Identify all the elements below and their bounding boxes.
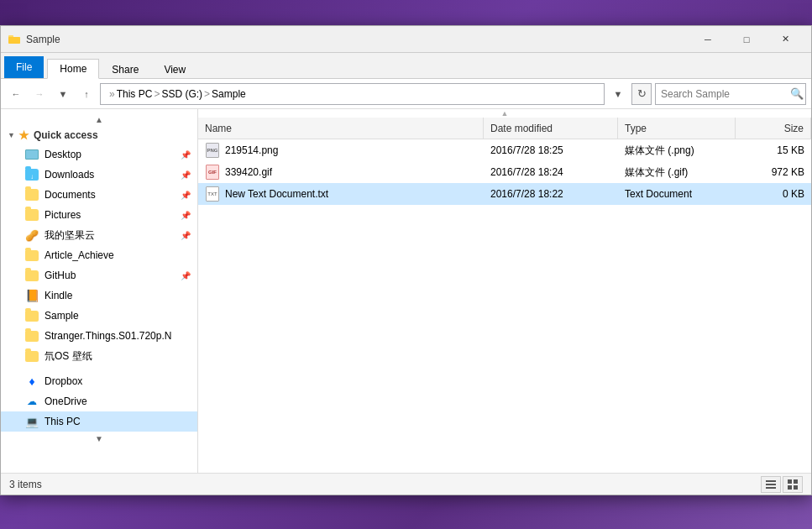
address-path[interactable]: » This PC > SSD (G:) > Sample [100, 83, 605, 105]
search-input[interactable] [661, 88, 787, 100]
minimize-button[interactable]: ─ [689, 26, 727, 53]
tab-share[interactable]: Share [99, 60, 151, 79]
sidebar-item-nios[interactable]: 氘OS 壁纸 [1, 346, 197, 366]
col-header-date[interactable]: Date modified [484, 118, 618, 139]
file-size-cell: 15 KB [736, 144, 811, 156]
sidebar-item-thispc[interactable]: 💻 This PC [1, 411, 197, 432]
back-button[interactable]: ← [6, 84, 26, 104]
sidebar-scroll-up[interactable]: ▲ [1, 113, 197, 126]
file-size-cell: 972 KB [736, 166, 811, 178]
explorer-window: Sample ─ □ ✕ File Home Share View ← → ▼ … [0, 25, 812, 495]
address-dropdown[interactable]: ▼ [608, 84, 628, 104]
chevron-down-icon: ▼ [8, 131, 15, 139]
pin-icon: 📌 [181, 150, 191, 160]
pin-icon-documents: 📌 [181, 191, 191, 200]
folder-icon-stranger [24, 328, 39, 343]
main-area: ▲ ▼ ★ Quick access Desktop 📌 ↓ [1, 109, 811, 473]
desktop-icon [24, 147, 39, 162]
col-header-type[interactable]: Type [618, 118, 736, 139]
file-date-cell: 2016/7/28 18:22 [484, 188, 618, 200]
close-button[interactable]: ✕ [766, 26, 804, 53]
ribbon-tabs: File Home Share View [1, 53, 811, 78]
recent-locations-button[interactable]: ▼ [53, 84, 73, 104]
col-header-size[interactable]: Size [736, 118, 811, 139]
svg-rect-9 [794, 485, 798, 490]
maximize-button[interactable]: □ [727, 26, 766, 53]
file-date-cell: 2016/7/28 18:25 [484, 144, 618, 156]
ribbon: File Home Share View [1, 53, 811, 79]
search-icon: 🔍 [790, 87, 804, 100]
svg-rect-7 [794, 479, 798, 484]
large-icons-view-button[interactable] [783, 476, 803, 493]
svg-rect-2 [8, 37, 20, 44]
sidebar-label-documents: Documents [45, 189, 96, 201]
onedrive-icon: ☁ [24, 394, 39, 409]
file-size-cell: 0 KB [736, 188, 811, 200]
sidebar-item-pictures[interactable]: Pictures 📌 [1, 205, 197, 225]
sidebar-item-github[interactable]: GitHub 📌 [1, 265, 197, 285]
sidebar-item-article-achieve[interactable]: Article_Achieve [1, 245, 197, 265]
sidebar-label-pictures: Pictures [45, 209, 81, 221]
refresh-button[interactable]: ↻ [631, 83, 652, 105]
search-box[interactable]: 🔍 [655, 83, 806, 105]
sidebar-item-dropbox[interactable]: ♦ Dropbox [1, 371, 197, 391]
file-name-cell: GIF 339420.gif [198, 165, 484, 180]
file-list-header: Name Date modified Type Size [198, 118, 811, 139]
sort-indicator: ▲ [501, 109, 509, 118]
folder-icon-kindle: 📙 [24, 288, 39, 303]
sidebar-label-jiangguoyun: 我的坚果云 [45, 228, 95, 243]
file-type-cell: Text Document [618, 188, 736, 200]
file-list-body: PNG 219514.png 2016/7/28 18:25 媒体文件 (.pn… [198, 139, 811, 473]
sidebar-item-jiangguoyun[interactable]: 🥜 我的坚果云 📌 [1, 225, 197, 245]
sidebar-scroll-down[interactable]: ▼ [1, 432, 197, 445]
file-date-cell: 2016/7/28 18:24 [484, 166, 618, 178]
path-ssd[interactable]: SSD (G:) [161, 88, 202, 100]
table-row[interactable]: GIF 339420.gif 2016/7/28 18:24 媒体文件 (.gi… [198, 161, 811, 183]
view-buttons [761, 476, 803, 493]
pin-icon-downloads: 📌 [181, 170, 191, 180]
sidebar-item-kindle[interactable]: 📙 Kindle [1, 285, 197, 306]
file-name-cell: TXT New Text Document.txt [198, 186, 484, 202]
quick-access-icon: ★ [18, 128, 29, 142]
sidebar: ▲ ▼ ★ Quick access Desktop 📌 ↓ [1, 109, 198, 473]
item-count: 3 items [9, 479, 42, 490]
png-file-icon: PNG [205, 143, 220, 158]
sidebar-quick-access-header[interactable]: ▼ ★ Quick access [1, 126, 197, 144]
tab-file[interactable]: File [4, 56, 44, 78]
tab-home[interactable]: Home [47, 59, 99, 79]
file-type-cell: 媒体文件 (.png) [618, 144, 736, 158]
details-view-button[interactable] [761, 476, 781, 493]
window-title: Sample [26, 34, 689, 45]
sidebar-item-stranger[interactable]: Stranger.Things.S01.720p.N [1, 326, 197, 346]
table-row[interactable]: TXT New Text Document.txt 2016/7/28 18:2… [198, 183, 811, 205]
sidebar-item-onedrive[interactable]: ☁ OneDrive [1, 391, 197, 411]
tab-view[interactable]: View [151, 60, 198, 79]
up-button[interactable]: ↑ [76, 84, 97, 104]
svg-rect-3 [766, 480, 776, 482]
sidebar-label-desktop: Desktop [45, 149, 81, 160]
title-bar: Sample ─ □ ✕ [1, 26, 811, 53]
folder-icon-github [24, 268, 39, 283]
sidebar-item-downloads[interactable]: ↓ Downloads 📌 [1, 165, 197, 185]
svg-rect-6 [788, 479, 792, 484]
sidebar-label-downloads: Downloads [45, 169, 94, 181]
window-icon [8, 33, 21, 46]
forward-button[interactable]: → [29, 84, 50, 104]
sidebar-label-onedrive: OneDrive [45, 395, 87, 407]
path-sample[interactable]: Sample [212, 88, 246, 100]
sidebar-label-stranger: Stranger.Things.S01.720p.N [45, 330, 171, 342]
sidebar-item-sample[interactable]: Sample [1, 306, 197, 326]
sidebar-item-documents[interactable]: Documents 📌 [1, 185, 197, 205]
file-list-area: ▲ Name Date modified Type Size [198, 109, 811, 473]
pin-icon-pictures: 📌 [181, 211, 191, 220]
col-header-name[interactable]: Name [198, 118, 484, 139]
file-name-cell: PNG 219514.png [198, 143, 484, 158]
sidebar-label-article-achieve: Article_Achieve [45, 249, 114, 261]
sidebar-item-desktop[interactable]: Desktop 📌 [1, 144, 197, 165]
svg-rect-8 [788, 485, 792, 490]
path-thispc[interactable]: This PC [117, 88, 153, 100]
thispc-icon: 💻 [24, 414, 39, 429]
table-row[interactable]: PNG 219514.png 2016/7/28 18:25 媒体文件 (.pn… [198, 139, 811, 161]
txt-file-icon: TXT [205, 186, 220, 202]
pictures-icon [24, 207, 39, 223]
